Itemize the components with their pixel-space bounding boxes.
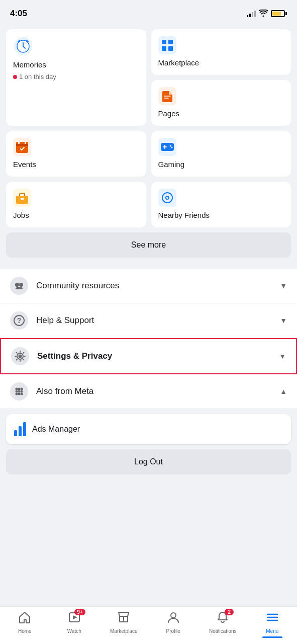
watch-badge: 9+ [74, 609, 85, 615]
meta-chevron: ▲ [280, 387, 287, 395]
nearby-friends-label: Nearby Friends [158, 211, 284, 219]
memories-card[interactable]: Memories 1 on this day [6, 29, 146, 126]
ads-manager-label: Ads Manager [32, 425, 80, 434]
svg-rect-1 [158, 36, 176, 54]
svg-rect-11 [18, 141, 20, 144]
memories-sublabel: 1 on this day [13, 73, 139, 80]
marketplace-label: Marketplace [158, 58, 284, 67]
nav-marketplace[interactable]: Marketplace [99, 611, 149, 634]
nav-notifications[interactable]: 2 Notifications [198, 611, 248, 634]
menu-section: Community resources ▼ ? Help & Support ▼ [0, 269, 297, 409]
community-icon [10, 277, 28, 295]
svg-rect-2 [162, 40, 166, 44]
svg-point-27 [15, 283, 19, 287]
jobs-card[interactable]: Jobs [6, 182, 146, 227]
memories-label: Memories [13, 60, 139, 69]
jobs-icon [13, 189, 31, 207]
svg-rect-5 [168, 46, 173, 51]
events-label: Events [13, 160, 139, 169]
svg-point-31 [19, 355, 22, 358]
community-label: Community resources [36, 281, 280, 291]
help-support-item[interactable]: ? Help & Support ▼ [0, 303, 297, 338]
help-icon: ? [10, 311, 28, 330]
nav-menu[interactable]: Menu [248, 611, 298, 634]
grid-container: Memories 1 on this day Mar [6, 29, 291, 227]
nav-home[interactable]: Home [0, 611, 50, 634]
svg-point-17 [169, 145, 171, 147]
pages-icon [158, 87, 176, 105]
also-from-meta-item[interactable]: Also from Meta ▲ [0, 374, 297, 409]
settings-privacy-item[interactable]: Settings & Privacy ▼ [0, 338, 297, 374]
status-icons: ⚡ [247, 10, 287, 18]
svg-point-41 [21, 393, 23, 395]
svg-point-36 [16, 390, 18, 393]
profile-icon [167, 611, 180, 627]
svg-rect-12 [25, 141, 26, 144]
wifi-icon [259, 10, 268, 18]
settings-label: Settings & Privacy [37, 351, 279, 361]
ads-manager-card[interactable]: Ads Manager [6, 414, 291, 444]
marketplace-nav-icon [117, 611, 130, 627]
svg-rect-21 [21, 198, 24, 200]
signal-icon [247, 10, 256, 17]
meta-icon [10, 382, 28, 400]
home-icon [18, 611, 31, 627]
logout-button[interactable]: Log Out [6, 449, 291, 474]
watch-label: Watch [67, 628, 81, 634]
nearby-friends-icon [158, 189, 176, 207]
memories-icon [13, 36, 33, 56]
svg-point-37 [18, 390, 21, 393]
marketplace-icon [158, 36, 176, 54]
gaming-label: Gaming [158, 160, 284, 169]
svg-text:?: ? [17, 316, 22, 325]
meta-label: Also from Meta [36, 386, 280, 396]
svg-marker-43 [73, 615, 77, 619]
svg-point-28 [19, 283, 23, 287]
svg-point-34 [18, 388, 21, 390]
status-bar: 4:05 ⚡ [0, 0, 297, 25]
help-label: Help & Support [36, 315, 280, 326]
svg-point-39 [16, 393, 18, 395]
settings-chevron: ▼ [279, 352, 286, 360]
svg-rect-3 [168, 40, 173, 44]
svg-point-38 [21, 390, 23, 393]
bottom-nav: Home 9+ Watch Marketplace Pr [0, 606, 297, 644]
events-card[interactable]: Events [6, 131, 146, 177]
community-chevron: ▼ [280, 282, 287, 290]
svg-point-45 [171, 613, 176, 618]
jobs-label: Jobs [13, 211, 139, 219]
help-chevron: ▼ [280, 316, 287, 325]
memories-dot [13, 75, 17, 79]
community-resources-item[interactable]: Community resources ▼ [0, 269, 297, 303]
main-content: Memories 1 on this day Mar [0, 25, 297, 530]
events-icon [13, 138, 31, 156]
divider-1 [0, 265, 297, 269]
notifications-badge: 2 [225, 609, 234, 615]
nav-profile[interactable]: Profile [149, 611, 199, 634]
gaming-card[interactable]: Gaming [151, 131, 291, 177]
svg-point-33 [16, 388, 18, 390]
nav-watch[interactable]: 9+ Watch [50, 611, 100, 634]
marketplace-card[interactable]: Marketplace [151, 29, 291, 75]
marketplace-nav-label: Marketplace [110, 628, 137, 634]
svg-point-40 [18, 393, 21, 395]
ads-manager-icon [14, 422, 26, 436]
battery-icon: ⚡ [271, 10, 287, 17]
profile-label: Profile [166, 628, 180, 634]
pages-label: Pages [158, 109, 284, 118]
menu-active-bar [262, 636, 282, 638]
svg-rect-10 [16, 144, 28, 146]
nearby-friends-card[interactable]: Nearby Friends [151, 182, 291, 227]
gaming-icon [158, 138, 176, 156]
svg-rect-4 [162, 46, 166, 51]
notifications-label: Notifications [209, 628, 236, 634]
svg-point-35 [21, 388, 23, 390]
svg-point-18 [171, 147, 172, 148]
menu-label: Menu [266, 628, 278, 634]
svg-point-26 [167, 198, 167, 198]
menu-icon [266, 611, 279, 627]
pages-card[interactable]: Pages [151, 80, 291, 126]
see-more-button[interactable]: See more [6, 232, 291, 258]
settings-icon [11, 347, 29, 365]
home-label: Home [18, 628, 32, 634]
